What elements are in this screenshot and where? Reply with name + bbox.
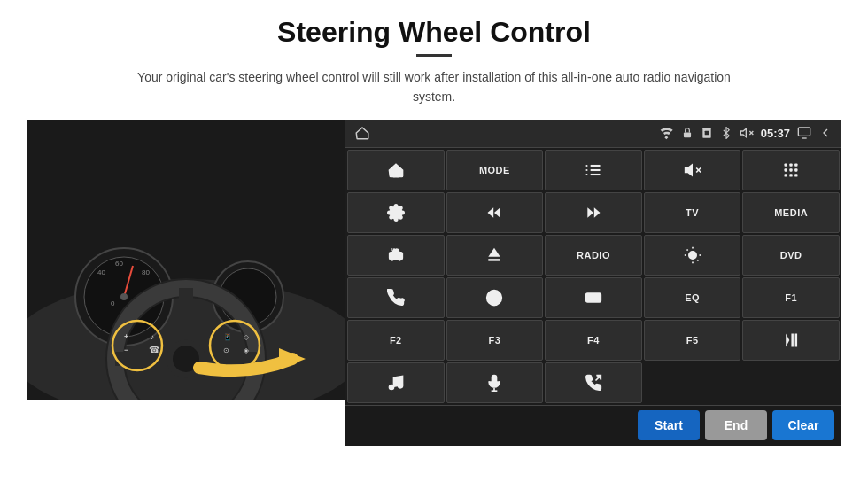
btn-list[interactable]	[545, 150, 642, 190]
btn-eject[interactable]	[446, 235, 544, 276]
svg-marker-57	[488, 207, 494, 218]
btn-next[interactable]	[545, 192, 642, 233]
svg-rect-50	[785, 168, 787, 171]
svg-rect-66	[489, 259, 500, 261]
svg-point-62	[391, 258, 393, 260]
next-icon	[585, 204, 602, 222]
end-button[interactable]: End	[705, 410, 767, 440]
settings-icon	[387, 204, 405, 222]
svg-marker-33	[740, 129, 746, 137]
svg-text:◇: ◇	[244, 333, 250, 341]
svg-point-67	[688, 252, 695, 259]
svg-rect-48	[790, 163, 793, 166]
svg-marker-65	[489, 247, 500, 256]
play-pause-icon	[782, 331, 800, 349]
svg-text:⊙: ⊙	[223, 346, 229, 354]
title-divider	[416, 54, 452, 57]
btn-music[interactable]	[347, 362, 445, 403]
mic-icon	[485, 374, 503, 392]
btn-home[interactable]	[347, 150, 445, 190]
music-icon	[387, 374, 405, 392]
btn-dvd[interactable]: DVD	[742, 235, 840, 276]
mirror-icon	[585, 289, 602, 307]
btn-eq[interactable]: EQ	[644, 277, 741, 318]
btn-mic[interactable]	[446, 362, 544, 403]
list-icon	[585, 161, 602, 179]
headunit-panel: 05:37	[345, 120, 841, 446]
svg-marker-58	[494, 207, 500, 218]
svg-marker-77	[786, 333, 789, 346]
svg-point-80	[389, 385, 393, 389]
btn-brightness[interactable]	[644, 235, 741, 276]
svg-rect-32	[704, 131, 709, 136]
btn-f4[interactable]: F4	[545, 320, 642, 361]
btn-playpause[interactable]	[742, 320, 840, 361]
prev-icon	[485, 204, 503, 222]
eject-icon	[485, 246, 503, 264]
status-left	[354, 125, 370, 141]
btn-tv[interactable]: TV	[644, 192, 741, 233]
svg-text:+: +	[124, 332, 128, 341]
svg-rect-52	[794, 168, 797, 171]
btn-360[interactable]: 360	[347, 235, 445, 276]
status-time: 05:37	[761, 127, 790, 140]
bluetooth-icon	[720, 127, 732, 139]
btn-apps[interactable]	[742, 150, 840, 190]
svg-rect-53	[785, 174, 787, 176]
svg-line-71	[697, 260, 698, 260]
svg-marker-44	[685, 165, 692, 175]
btn-prev[interactable]	[446, 192, 544, 233]
btn-phone[interactable]	[347, 277, 445, 318]
svg-marker-59	[594, 207, 601, 218]
back-icon	[818, 126, 833, 140]
svg-text:0: 0	[111, 299, 115, 307]
btn-radio[interactable]: RADIO	[545, 235, 642, 276]
svg-text:360: 360	[391, 247, 398, 252]
clear-button[interactable]: Clear	[772, 410, 834, 440]
car-image: 0 80 40 60	[27, 120, 345, 400]
btn-empty-1	[644, 362, 741, 403]
btn-mirror[interactable]	[545, 277, 642, 318]
btn-f3[interactable]: F3	[446, 320, 544, 361]
btn-nav[interactable]	[446, 277, 544, 318]
home-status-icon	[354, 125, 370, 141]
svg-text:−: −	[124, 346, 128, 354]
page-subtitle: Your original car's steering wheel contr…	[124, 67, 744, 107]
wifi-icon	[660, 126, 674, 140]
svg-text:♪: ♪	[151, 333, 154, 341]
apps-icon	[782, 161, 800, 179]
btn-f1[interactable]: F1	[742, 277, 840, 318]
start-button[interactable]: Start	[638, 410, 700, 440]
btn-f5[interactable]: F5	[644, 320, 741, 361]
volume-mute-icon	[684, 161, 701, 179]
status-right: 05:37	[660, 126, 833, 140]
svg-rect-49	[794, 163, 797, 166]
btn-f2[interactable]: F2	[347, 320, 445, 361]
svg-marker-60	[587, 207, 593, 218]
svg-rect-55	[794, 174, 797, 176]
svg-point-81	[398, 384, 402, 388]
btn-media[interactable]: MEDIA	[742, 192, 840, 233]
navigation-icon	[485, 289, 503, 307]
status-bar: 05:37	[345, 120, 841, 148]
svg-text:80: 80	[142, 268, 150, 276]
page-container: Steering Wheel Control Your original car…	[0, 0, 868, 482]
svg-text:☎: ☎	[149, 345, 159, 354]
lock-icon	[681, 127, 694, 139]
svg-text:40: 40	[97, 268, 105, 276]
btn-mode[interactable]: MODE	[446, 150, 544, 190]
svg-rect-54	[790, 174, 793, 176]
svg-text:60: 60	[115, 260, 123, 268]
bottom-bar: Start End Clear	[345, 405, 841, 446]
svg-line-70	[686, 249, 687, 250]
btn-empty-2	[742, 362, 840, 403]
volume-icon	[740, 126, 754, 140]
btn-mute[interactable]	[644, 150, 741, 190]
brightness-icon	[684, 246, 701, 264]
svg-rect-51	[790, 168, 793, 171]
svg-text:📱: 📱	[223, 332, 232, 341]
btn-phone-answer[interactable]	[545, 362, 642, 403]
btn-settings[interactable]	[347, 192, 445, 233]
phone-icon	[387, 289, 405, 307]
svg-rect-47	[785, 163, 787, 166]
